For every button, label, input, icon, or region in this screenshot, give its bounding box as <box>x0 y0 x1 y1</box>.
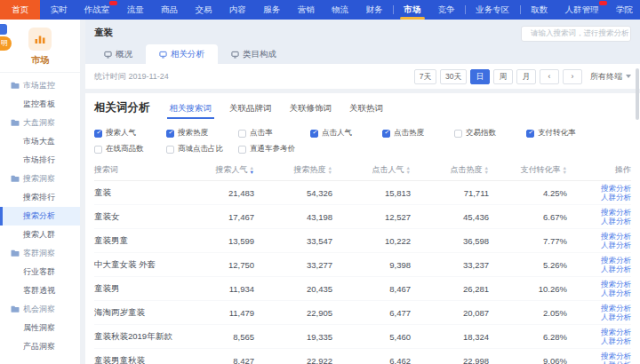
search-popularity-cell: 8,427 <box>176 356 254 364</box>
table-column-header[interactable]: 搜索热度 ▲▼ <box>254 164 332 176</box>
metric-checkbox[interactable]: 搜索热度 <box>166 128 238 138</box>
date-range-button[interactable]: 月 <box>516 69 536 84</box>
page-tab[interactable]: 类目构成 <box>218 44 290 64</box>
date-range-button[interactable]: 日 <box>470 69 490 84</box>
search-analysis-link[interactable]: 搜索分析 <box>578 304 631 313</box>
metric-checkbox[interactable]: 搜索人气 <box>94 128 166 138</box>
click-heat-cell: 20,087 <box>411 308 489 318</box>
top-nav-item[interactable]: 首页 <box>0 0 40 20</box>
page-tab[interactable]: 相关分析 <box>146 44 218 64</box>
top-nav-item[interactable]: 学院 <box>609 0 640 20</box>
top-nav-item[interactable]: 内容 <box>222 0 253 20</box>
scrollbar-thumb[interactable] <box>636 68 639 120</box>
crowd-analysis-link[interactable]: 人群分析 <box>578 265 631 274</box>
search-input[interactable]: 请输入搜索词，进行搜索分析 <box>521 26 631 42</box>
top-nav-item[interactable]: 人群管理 <box>558 0 606 20</box>
sidebar-item[interactable]: 搜索分析 <box>0 207 80 226</box>
column-header-label: 搜索热度 <box>294 164 326 176</box>
top-nav-item[interactable]: 作战室 <box>77 0 117 20</box>
sidebar-item[interactable]: 搜索洞察 <box>0 170 80 188</box>
sidebar-item[interactable]: 市场排行 <box>0 151 80 170</box>
sidebar-item[interactable]: 监控看板 <box>0 95 80 114</box>
crowd-analysis-link[interactable]: 人群分析 <box>578 217 631 226</box>
sidebar-item[interactable]: 客群透视 <box>0 281 80 300</box>
panel-subtab[interactable]: 相关搜索词 <box>170 103 212 119</box>
top-nav-item[interactable] <box>393 0 394 20</box>
search-analysis-link[interactable]: 搜索分析 <box>578 352 631 361</box>
sidebar-item[interactable]: 客群洞察 <box>0 244 80 263</box>
table-column-header[interactable]: 搜索人气 ▲▼ <box>176 164 254 176</box>
crowd-analysis-link[interactable]: 人群分析 <box>578 193 631 202</box>
panel-subtab[interactable]: 关联热词 <box>349 103 383 119</box>
panel-subtab[interactable]: 关联品牌词 <box>229 103 272 119</box>
top-nav-item[interactable]: 竞争 <box>431 0 462 20</box>
search-analysis-link[interactable]: 搜索分析 <box>578 184 631 194</box>
top-nav-item[interactable]: 营销 <box>291 0 322 20</box>
sidebar-item[interactable]: 搜索排行 <box>0 188 80 207</box>
top-nav-item[interactable]: 取数 <box>524 0 555 20</box>
search-analysis-link[interactable]: 搜索分析 <box>578 208 631 218</box>
sidebar-item[interactable]: 属性洞察 <box>0 319 80 337</box>
top-nav-item[interactable]: 商品 <box>154 0 185 20</box>
crowd-analysis-link[interactable]: 人群分析 <box>578 241 631 250</box>
top-nav-item[interactable]: 业务专区 <box>468 0 516 20</box>
top-nav-item[interactable]: 市场 <box>396 0 428 20</box>
table-column-header[interactable]: 支付转化率 ▲▼ <box>489 164 567 176</box>
search-analysis-link[interactable]: 搜索分析 <box>578 280 631 289</box>
date-range-button[interactable]: 7天 <box>414 69 436 84</box>
sidebar-item[interactable]: 大盘洞察 <box>0 114 80 132</box>
sidebar-item[interactable]: 机会洞察 <box>0 300 80 319</box>
metric-checkbox[interactable]: 商城点击占比 <box>166 144 238 154</box>
metric-checkbox[interactable]: 直通车参考价 <box>238 144 310 154</box>
top-nav-item[interactable]: 实时 <box>43 0 74 20</box>
date-range-button[interactable]: 周 <box>493 69 513 84</box>
metric-checkbox[interactable]: 点击人气 <box>310 128 382 138</box>
metric-label: 商城点击占比 <box>178 144 223 154</box>
table-column-header[interactable]: 点击热度 ▲▼ <box>411 164 489 176</box>
crowd-analysis-link[interactable]: 人群分析 <box>578 336 631 346</box>
panel-title: 相关词分析 <box>94 100 150 115</box>
date-range-button-label: 30天 <box>445 72 461 81</box>
sidebar-item[interactable]: 市场大盘 <box>0 132 80 151</box>
crowd-analysis-link[interactable]: 人群分析 <box>578 313 631 322</box>
sidebar-item-label: 市场排行 <box>23 155 55 164</box>
search-analysis-link[interactable]: 搜索分析 <box>578 232 631 241</box>
date-range-button[interactable]: › <box>563 69 582 84</box>
terminal-selector[interactable]: 所有终端 <box>590 71 631 83</box>
search-analysis-link[interactable]: 搜索分析 <box>578 256 631 265</box>
conversion-rate-cell: 6.28% <box>489 332 567 342</box>
top-nav-item[interactable] <box>520 0 521 20</box>
panel-subtab[interactable]: 关联修饰词 <box>290 103 332 119</box>
crowd-analysis-link[interactable]: 人群分析 <box>578 289 631 298</box>
metric-checkbox[interactable]: 支付转化率 <box>526 128 598 138</box>
sidebar-item[interactable]: 行业客群 <box>0 263 80 281</box>
top-nav-item[interactable]: 交易 <box>188 0 219 20</box>
floating-widget-icon[interactable] <box>0 24 7 35</box>
sidebar-item-label: 市场监控 <box>23 81 55 90</box>
metric-checkbox[interactable]: 点击率 <box>238 128 310 138</box>
top-nav-item[interactable]: 服务 <box>256 0 287 20</box>
table-column-header[interactable]: 搜索词 ▲▼ <box>94 164 176 176</box>
search-analysis-link[interactable]: 搜索分析 <box>578 328 631 337</box>
page-tab[interactable]: 概况 <box>91 44 146 64</box>
sidebar-item[interactable]: 市场监控 <box>0 76 80 95</box>
metric-checkbox[interactable]: 交易指数 <box>454 128 526 138</box>
metric-checkbox[interactable]: 在线商品数 <box>94 144 166 154</box>
sort-icon[interactable]: ▲▼ <box>563 166 567 175</box>
table-column-header[interactable]: 操作 ▲▼ <box>578 164 631 176</box>
top-nav-item[interactable]: 财务 <box>358 0 389 20</box>
sidebar-item-label: 属性洞察 <box>23 323 55 332</box>
date-range-button[interactable]: 30天 <box>440 69 467 84</box>
metric-checkbox[interactable]: 点击热度 <box>382 128 454 138</box>
top-nav-item[interactable] <box>465 0 466 20</box>
table-column-header[interactable]: 点击人气 ▲▼ <box>332 164 411 176</box>
actions-cell: 搜索分析 人群分析 <box>578 328 631 346</box>
date-range-button[interactable]: ‹ <box>540 69 559 84</box>
search-popularity-cell: 21,483 <box>176 188 254 198</box>
top-nav-item-label: 市场 <box>404 4 420 16</box>
top-nav-item[interactable]: 流量 <box>120 0 151 20</box>
crowd-analysis-link[interactable]: 人群分析 <box>578 360 631 364</box>
sidebar-item[interactable]: 搜索人群 <box>0 226 80 244</box>
top-nav-item[interactable]: 物流 <box>324 0 356 20</box>
sidebar-item[interactable]: 产品洞察 <box>0 337 80 356</box>
